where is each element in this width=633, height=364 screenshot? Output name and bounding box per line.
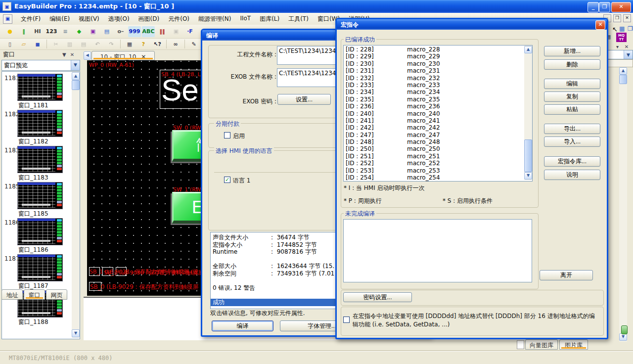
scroll-down-icon[interactable]: ▼ [524, 172, 532, 180]
menu-item-edit[interactable]: 编辑(E) [45, 13, 74, 25]
window-list-item-1182[interactable]: 1182窗口_1182 [2, 110, 69, 144]
tab-scroll-chip[interactable] [517, 340, 524, 349]
scrollbar-thumb[interactable] [619, 75, 627, 84]
macro-list-scrollbar[interactable]: ▲ ▼ [524, 46, 532, 180]
mdi-close-button[interactable]: ✕ [623, 14, 631, 22]
compile-button[interactable]: 编译 [212, 320, 273, 331]
bulb-icon[interactable]: ● [3, 26, 16, 37]
macro-list-row[interactable]: [ID : 234]macro_234 [344, 89, 523, 95]
menu-item-energy[interactable]: 能源管理(N) [194, 13, 235, 25]
tab-window-10[interactable]: 10 - 窗口_10 ✕ [91, 51, 155, 60]
macro-list-row[interactable]: [ID : 242]macro_242 [344, 124, 523, 131]
panel-menu-icon[interactable]: ▾ [616, 44, 619, 49]
function-f-icon[interactable]: ·F [183, 26, 196, 37]
pending-listbox[interactable] [343, 219, 532, 282]
macro-list-row[interactable]: [ID : 247]macro_247 [344, 132, 523, 138]
window-thumbnail[interactable] [17, 146, 63, 173]
cursor-icon[interactable]: ↖ [612, 26, 618, 33]
copy-icon[interactable]: ▥ [63, 39, 76, 49]
scroll-up-icon[interactable]: ▲ [72, 72, 80, 80]
macro-list-row[interactable]: [ID : 251]macro_251 [344, 153, 523, 160]
redo-icon[interactable]: ↷ [105, 39, 118, 49]
tab-picture-library[interactable]: 图片库 [559, 339, 588, 350]
menu-item-file[interactable]: 文件(F) [16, 13, 45, 25]
close-button[interactable]: ✕ [611, 2, 631, 12]
tab-close-icon[interactable]: ✕ [141, 53, 146, 60]
macro-list-row[interactable]: [ID : 241]macro_241 [344, 117, 523, 124]
window-thumbnail[interactable] [17, 110, 63, 137]
touch-trigger-icon[interactable]: ▣ [87, 26, 99, 37]
macro-list-row[interactable]: [ID : 252]macro_252 [344, 160, 523, 167]
panel-header[interactable]: 窗口 ▼ ✕ [0, 50, 81, 59]
undo-icon[interactable]: ↶ [91, 39, 104, 49]
tab-scroll-left-icon[interactable]: ◀ [84, 51, 91, 60]
installment-checkbox[interactable] [224, 132, 230, 138]
numeric-display-icon[interactable]: 999 [128, 26, 141, 37]
menu-item-iiot[interactable]: IIoT [235, 13, 255, 25]
title-bar[interactable]: ▣ EasyBuilder Pro : 1234.emtp - [10 - 窗口… [0, 0, 633, 13]
macro-edit-button[interactable]: 编辑 [544, 79, 600, 89]
tab-webpage[interactable]: 网页 [46, 289, 67, 300]
window-list-scrollbar[interactable]: ▲ ▼ [72, 72, 80, 338]
package-icon[interactable]: ◆ [73, 26, 86, 37]
scroll-up-icon[interactable]: ▲ [524, 46, 532, 53]
macro-list-row[interactable]: [ID : 253]macro_253 [344, 167, 523, 174]
window-copy-icon[interactable]: ❐ [628, 25, 633, 32]
macro-list-row[interactable]: [ID : 235]macro_235 [344, 96, 523, 103]
mqtt-icon[interactable]: MQ TT [616, 33, 627, 42]
ascii-display-icon[interactable]: ABC [142, 26, 155, 37]
window-list-item-1187[interactable]: 1187窗口_1187 [2, 254, 69, 289]
right-panel-scrollbar[interactable]: ▲ ▼ [619, 67, 627, 342]
scroll-up-icon[interactable]: ▲ [619, 67, 627, 75]
mdi-restore-button[interactable]: ❐ [613, 14, 621, 22]
macro-macro-library-button[interactable]: 宏指令库... [544, 156, 600, 167]
toggle-switch-icon[interactable]: HI [31, 26, 44, 37]
panel-menu-icon[interactable]: ▼ [62, 52, 66, 57]
macro-list-row[interactable]: [ID : 240]macro_240 [344, 110, 523, 117]
paste-icon[interactable]: ▤ [77, 39, 90, 49]
window-thumbnail[interactable] [17, 218, 63, 245]
macro-paste-button[interactable]: 粘贴 [544, 104, 600, 115]
preview-mode-combobox[interactable]: 窗口预览 ▼ [1, 60, 80, 71]
chevron-down-icon[interactable]: ▼ [624, 50, 633, 59]
scrollbar-thumb[interactable] [524, 139, 532, 172]
macro-list-row[interactable]: [ID : 233]macro_233 [344, 82, 523, 89]
menu-item-draw[interactable]: 画图(D) [134, 13, 164, 25]
macro-help-button[interactable]: 说明 [544, 170, 600, 180]
window-thumbnail[interactable] [17, 254, 63, 281]
help-icon[interactable]: ? [137, 39, 150, 49]
macro-dialog-titlebar[interactable]: 宏指令 [337, 19, 607, 30]
note-board-icon[interactable]: ▤ [100, 26, 113, 37]
cut-icon[interactable]: ✂ [49, 39, 62, 49]
layers-icon[interactable]: ≡ [59, 26, 72, 37]
zoom-slider-handle[interactable] [621, 325, 628, 334]
menu-item-tools[interactable]: 工具(T) [284, 13, 313, 25]
key-switch-icon[interactable]: o– [114, 26, 127, 37]
macro-list-row[interactable]: [ID : 230]macro_230 [344, 60, 523, 67]
save-icon[interactable]: ◼ [31, 39, 44, 49]
macro-list-row[interactable]: [ID : 248]macro_248 [344, 138, 523, 145]
window-list-item-1181[interactable]: 1181窗口_1181 [2, 74, 69, 108]
window-list-item-1185[interactable]: 1185窗口_1185 [2, 182, 69, 217]
group-icon[interactable]: ▣ [170, 26, 182, 37]
scroll-down-icon[interactable]: ▼ [72, 329, 80, 337]
exit-button[interactable]: 离开 [540, 270, 593, 280]
menu-item-library[interactable]: 图库(L) [255, 13, 284, 25]
traffic-light-icon[interactable]: ‖ [17, 26, 30, 37]
macro-list-row[interactable]: [ID : 250]macro_250 [344, 145, 523, 152]
panel-close-icon[interactable]: ✕ [625, 44, 629, 49]
find-icon[interactable]: ∞ [169, 39, 182, 49]
exob-password-set-button[interactable]: 设置... [277, 94, 331, 105]
tab-address[interactable]: 地址 [1, 289, 23, 300]
window-list-item-1183[interactable]: 1183窗口_1183 [2, 146, 69, 181]
macro-list-row[interactable]: [ID : 231]macro_231 [344, 67, 523, 74]
macro-list-row[interactable]: [ID : 236]macro_236 [344, 103, 523, 110]
macro-dialog-close-icon[interactable]: ✕ [595, 20, 605, 30]
macro-list-row[interactable]: [ID : 229]macro_229 [344, 53, 523, 60]
print-icon[interactable]: ▦ [123, 39, 136, 49]
pen-icon[interactable]: ✎ [187, 39, 200, 49]
barcode-icon[interactable]: ‖‖ [156, 26, 169, 37]
restore-button[interactable]: ❐ [599, 2, 610, 12]
scrollbar-thumb[interactable] [72, 80, 80, 90]
right-panel-field[interactable] [607, 59, 633, 67]
